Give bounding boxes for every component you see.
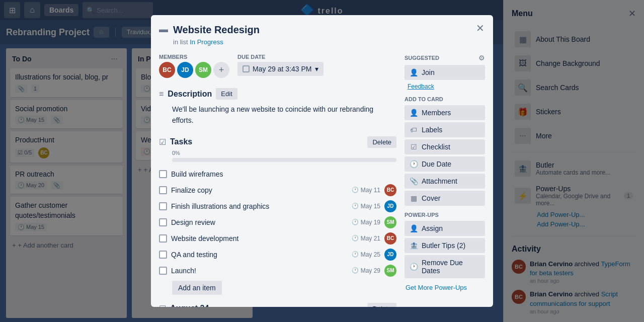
task-item-3: Design review 🕐 May 19 SM [159, 214, 396, 230]
checklist-progress-label: 0% [172, 150, 396, 156]
cover-button[interactable]: ▦ Cover [405, 191, 485, 206]
checklist-tasks: ☑ Tasks Delete 0% Build wireframes [159, 136, 396, 295]
task-date-icon-1: 🕐 [352, 187, 359, 193]
checklist-sidebar-label: Checklist [422, 143, 450, 151]
suggested-gear-button[interactable]: ⚙ [478, 54, 485, 62]
modal-title: Website Redesign [173, 23, 260, 36]
add-member-button[interactable]: + [213, 62, 229, 78]
assign-icon: 👤 [410, 224, 418, 232]
members-sidebar-button[interactable]: 👤 Members [405, 105, 485, 120]
meta-row: MEMBERS BC JD SM + DUE DATE May 29 at 3:… [159, 54, 396, 78]
checklist-delete-button[interactable]: Delete [367, 136, 396, 148]
feedback-link[interactable]: Feedback [408, 83, 434, 90]
task-checkbox-0[interactable] [159, 170, 167, 178]
members-sidebar-label: Members [422, 109, 451, 117]
task-date-value-4: May 21 [361, 235, 380, 242]
member-avatar-2[interactable]: SM [195, 62, 211, 78]
task-checkbox-6[interactable] [159, 267, 167, 275]
task-date-icon-5: 🕐 [352, 251, 359, 258]
get-more-power-ups-button[interactable]: Get More Power-Ups [405, 280, 485, 295]
modal-sidebar: SUGGESTED ⚙ 👤 Join Feedback ADD TO CARD … [405, 54, 485, 307]
description-icon: ≡ [159, 90, 164, 99]
due-date-checkbox[interactable] [243, 65, 250, 72]
join-icon: 👤 [410, 68, 418, 76]
task-avatar-5: JD [384, 249, 396, 261]
checklist-august-delete-button[interactable]: Delete [367, 303, 396, 307]
modal-main: MEMBERS BC JD SM + DUE DATE May 29 at 3:… [159, 54, 396, 307]
checklist-august-title: August 24 [170, 304, 209, 307]
task-date-value-1: May 11 [361, 187, 380, 194]
task-name-1: Finalize copy [171, 186, 348, 194]
checklist-sidebar-button[interactable]: ☑ Checklist [405, 139, 485, 154]
due-date-section: DUE DATE May 29 at 3:43 PM ▾ [237, 54, 324, 78]
avatars-row: BC JD SM + [159, 62, 229, 78]
butler-tips-label: Butler Tips (2) [422, 242, 465, 250]
member-avatar-0[interactable]: BC [159, 62, 175, 78]
labels-button[interactable]: 🏷 Labels [405, 122, 485, 137]
remove-due-dates-icon: 🕐 [410, 263, 418, 271]
due-date-value: May 29 at 3:43 PM [253, 65, 312, 73]
attachment-button[interactable]: 📎 Attachment [405, 174, 485, 189]
modal-header: ▬ Website Redesign [159, 23, 485, 36]
checklist-header-left: ☑ Tasks [159, 137, 192, 147]
due-date-label: DUE DATE [237, 54, 324, 60]
task-avatar-3: SM [384, 216, 396, 228]
task-name-6: Launch! [171, 267, 348, 275]
task-date-value-2: May 15 [361, 203, 380, 210]
task-date-3: 🕐 May 19 [352, 219, 380, 226]
task-clock-0[interactable]: 🕐 [356, 168, 368, 180]
task-avatar-1: BC [384, 184, 396, 196]
members-sidebar-icon: 👤 [410, 109, 418, 117]
task-date-icon-2: 🕐 [352, 203, 359, 209]
checklist-sidebar-icon: ☑ [410, 143, 418, 151]
join-button[interactable]: 👤 Join [405, 65, 485, 80]
task-date-2: 🕐 May 15 [352, 203, 380, 210]
checklist-progress-bar [172, 158, 396, 162]
task-item-0: Build wireframes 🕐 👤 ··· [159, 166, 396, 182]
due-date-sidebar-label: Due Date [422, 160, 451, 168]
task-date-icon-6: 🕐 [352, 267, 359, 274]
member-avatar-1[interactable]: JD [177, 62, 193, 78]
checklist-title: Tasks [170, 137, 192, 146]
suggested-label: SUGGESTED [405, 55, 439, 61]
checklist-august-header-left: ☑ August 24 [159, 304, 209, 307]
task-item-1: Finalize copy 🕐 May 11 BC [159, 182, 396, 198]
task-date-5: 🕐 May 25 [352, 251, 380, 258]
task-date-value-3: May 19 [361, 219, 380, 226]
task-checkbox-2[interactable] [159, 202, 167, 210]
task-checkbox-5[interactable] [159, 251, 167, 259]
task-date-icon-4: 🕐 [352, 235, 359, 242]
checklist-august: ☑ August 24 Delete 0% [159, 303, 396, 307]
modal-list-link[interactable]: In Progress [190, 38, 223, 46]
due-date-sidebar-icon: 🕐 [410, 160, 418, 168]
assign-button[interactable]: 👤 Assign [405, 221, 485, 236]
task-name-0: Build wireframes [171, 170, 352, 178]
description-text: We'll be launching a new website to coin… [172, 104, 396, 126]
task-assign-0[interactable]: 👤 [370, 168, 382, 180]
task-date-4: 🕐 May 21 [352, 235, 380, 242]
task-date-6: 🕐 May 29 [352, 267, 380, 274]
task-checkbox-4[interactable] [159, 234, 167, 243]
remove-due-dates-button[interactable]: 🕐 Remove Due Dates [405, 255, 485, 278]
description-edit-button[interactable]: Edit [216, 88, 237, 100]
due-date-sidebar-button[interactable]: 🕐 Due Date [405, 156, 485, 172]
task-name-3: Design review [171, 218, 348, 226]
due-date-button[interactable]: May 29 at 3:43 PM ▾ [237, 62, 324, 76]
task-item-4: Website development 🕐 May 21 BC [159, 230, 396, 247]
modal-close-button[interactable]: ✕ [472, 20, 488, 36]
task-more-0[interactable]: ··· [384, 168, 396, 180]
add-to-card-title: ADD TO CARD [405, 96, 485, 102]
task-checkbox-1[interactable] [159, 186, 167, 194]
butler-tips-icon: 🏦 [410, 242, 418, 250]
add-item-button[interactable]: Add an item [172, 281, 222, 295]
task-date-value-6: May 29 [361, 267, 380, 274]
task-checkbox-3[interactable] [159, 218, 167, 226]
labels-icon: 🏷 [410, 126, 418, 134]
checklist-header-row: ☑ Tasks Delete [159, 136, 396, 148]
task-item-6: Launch! 🕐 May 29 SM [159, 263, 396, 279]
assign-label: Assign [422, 224, 443, 232]
task-item-5: QA and testing 🕐 May 25 JD [159, 247, 396, 263]
members-label: MEMBERS [159, 54, 229, 60]
suggested-header: SUGGESTED ⚙ [405, 54, 485, 62]
butler-tips-button[interactable]: 🏦 Butler Tips (2) [405, 238, 485, 253]
